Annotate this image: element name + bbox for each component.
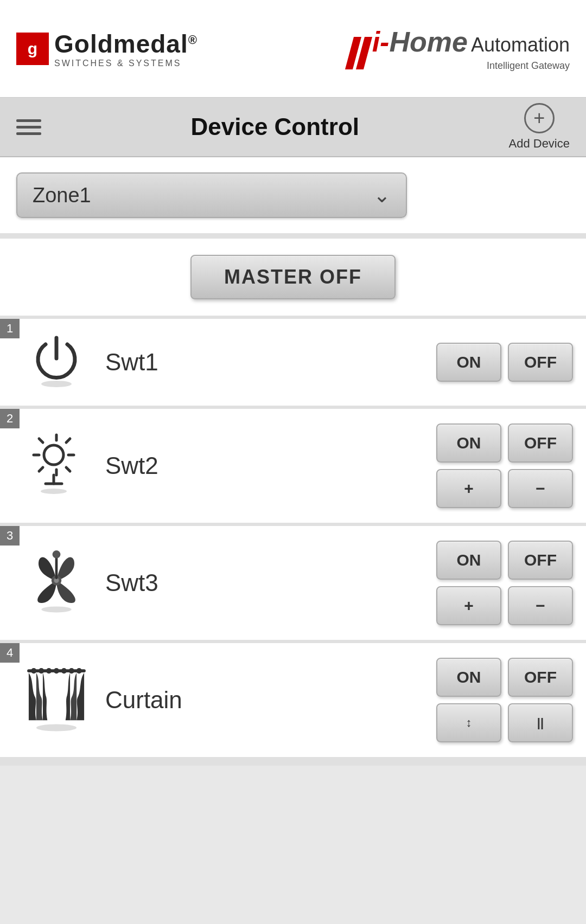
- svg-point-18: [53, 550, 61, 559]
- svg-point-19: [41, 606, 71, 612]
- goldmedal-name: Goldmedal®: [54, 29, 198, 59]
- ihome-home: Home: [389, 25, 467, 58]
- device-controls-3: ON OFF + −: [436, 541, 573, 625]
- device-row: 2: [0, 409, 586, 523]
- menu-button[interactable]: [16, 119, 41, 135]
- device-number-4: 4: [0, 643, 20, 663]
- control-row-1-1: ON OFF: [436, 343, 573, 382]
- zone-section: Zone1 ⌄: [0, 157, 586, 233]
- curtain-up-button[interactable]: ↕: [436, 703, 501, 742]
- swt3-minus-button[interactable]: −: [508, 586, 573, 625]
- device-name-4: Curtain: [100, 686, 436, 714]
- master-off-button[interactable]: MASTER OFF: [190, 255, 396, 299]
- goldmedal-text: Goldmedal® SWITCHES & SYSTEMS: [54, 29, 198, 68]
- goldmedal-icon: g: [16, 33, 49, 65]
- control-row-3-1: ON OFF: [436, 541, 573, 580]
- device-icon-4: [13, 665, 100, 735]
- goldmedal-sub: SWITCHES & SYSTEMS: [54, 59, 198, 68]
- svg-text:g: g: [28, 40, 37, 57]
- control-row-3-2: + −: [436, 586, 573, 625]
- device-row: 4: [0, 643, 586, 757]
- svg-point-28: [36, 724, 77, 732]
- device-icon-3: [13, 550, 100, 615]
- swt2-off-button[interactable]: OFF: [508, 424, 573, 463]
- add-device-button[interactable]: + Add Device: [508, 103, 570, 151]
- control-row-4-2: ↕ ||: [436, 703, 573, 742]
- svg-point-11: [44, 445, 63, 465]
- swt3-plus-button[interactable]: +: [436, 586, 501, 625]
- device-controls-4: ON OFF ↕ ||: [436, 658, 573, 742]
- device-list-area: MASTER OFF 1 Swt1 ON OFF 2: [0, 233, 586, 766]
- zone-dropdown[interactable]: Zone1 ⌄: [16, 172, 407, 218]
- control-row-2-1: ON OFF: [436, 424, 573, 463]
- page-title: Device Control: [190, 113, 359, 140]
- swt1-off-button[interactable]: OFF: [508, 343, 573, 382]
- curtain-off-button[interactable]: OFF: [508, 658, 573, 697]
- menu-line-1: [16, 119, 41, 122]
- device-name-2: Swt2: [100, 452, 436, 479]
- add-device-icon: +: [524, 103, 555, 133]
- swt3-off-button[interactable]: OFF: [508, 541, 573, 580]
- device-row: 3: [0, 526, 586, 640]
- swt2-on-button[interactable]: ON: [436, 424, 501, 463]
- svg-point-2: [41, 381, 72, 387]
- add-device-label: Add Device: [508, 137, 570, 151]
- device-icon-1: [13, 332, 100, 392]
- device-controls-1: ON OFF: [436, 343, 573, 382]
- device-name-3: Swt3: [100, 569, 436, 596]
- goldmedal-logo: g Goldmedal® SWITCHES & SYSTEMS: [16, 29, 198, 68]
- swt1-on-button[interactable]: ON: [436, 343, 501, 382]
- svg-line-9: [39, 467, 43, 471]
- ihome-logo: i-HomeAutomation Intelligent Gateway: [349, 25, 570, 72]
- swt2-plus-button[interactable]: +: [436, 469, 501, 508]
- menu-line-2: [16, 126, 41, 129]
- device-controls-2: ON OFF + −: [436, 424, 573, 508]
- zone-selected: Zone1: [33, 184, 91, 207]
- header: g Goldmedal® SWITCHES & SYSTEMS i-HomeAu…: [0, 0, 586, 98]
- device-number-1: 1: [0, 319, 20, 338]
- device-row: 1 Swt1 ON OFF: [0, 319, 586, 406]
- ihome-i: i-: [372, 25, 390, 58]
- svg-line-7: [39, 439, 43, 442]
- navbar: Device Control + Add Device: [0, 98, 586, 157]
- master-off-section: MASTER OFF: [0, 239, 586, 316]
- control-row-2-2: + −: [436, 469, 573, 508]
- ihome-main: i-HomeAutomation: [372, 25, 570, 58]
- ihome-automation: Automation: [471, 34, 570, 56]
- device-icon-2: [13, 431, 100, 501]
- svg-line-10: [66, 467, 70, 471]
- device-number-2: 2: [0, 409, 20, 428]
- swt3-on-button[interactable]: ON: [436, 541, 501, 580]
- ihome-slashes: [349, 37, 368, 69]
- menu-line-3: [16, 132, 41, 135]
- control-row-4-1: ON OFF: [436, 658, 573, 697]
- device-name-1: Swt1: [100, 349, 436, 376]
- ihome-sub: Intelligent Gateway: [372, 60, 570, 72]
- device-number-3: 3: [0, 526, 20, 546]
- chevron-down-icon: ⌄: [373, 183, 391, 207]
- curtain-on-button[interactable]: ON: [436, 658, 501, 697]
- swt2-minus-button[interactable]: −: [508, 469, 573, 508]
- curtain-stop-button[interactable]: ||: [508, 703, 573, 742]
- svg-line-8: [66, 439, 70, 442]
- svg-point-14: [41, 489, 67, 494]
